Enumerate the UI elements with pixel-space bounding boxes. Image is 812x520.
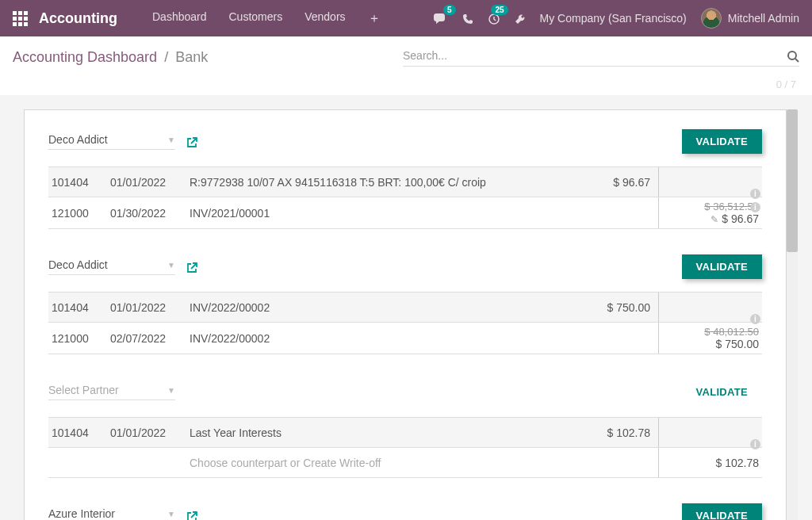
- wrench-icon[interactable]: [515, 11, 526, 25]
- partner-select[interactable]: Deco Addict▼: [48, 258, 175, 275]
- chat-icon[interactable]: 5: [434, 11, 448, 25]
- scrollbar[interactable]: [787, 109, 798, 520]
- nav-dashboard[interactable]: Dashboard: [141, 10, 218, 27]
- partner-select[interactable]: Select Partner▼: [48, 384, 175, 400]
- external-link-icon[interactable]: [186, 135, 197, 147]
- apps-icon[interactable]: [13, 11, 28, 26]
- app-brand: Accounting: [39, 10, 117, 27]
- chevron-down-icon: ▼: [167, 261, 175, 270]
- svg-point-1: [788, 52, 796, 59]
- clock-icon[interactable]: 25: [488, 11, 500, 25]
- table-row[interactable]: 10140401/01/2022INV/2022/00002$ 750.00i: [48, 292, 762, 323]
- nav-plus-icon[interactable]: ＋: [357, 10, 392, 27]
- info-icon[interactable]: i: [750, 439, 760, 449]
- nav-customers[interactable]: Customers: [218, 10, 294, 27]
- record-counter: 0 / 7: [0, 74, 812, 95]
- partner-select[interactable]: Azure Interior▼: [48, 507, 175, 520]
- phone-icon[interactable]: [462, 11, 473, 25]
- validate-button[interactable]: VALIDATE: [682, 380, 762, 404]
- breadcrumb-root[interactable]: Accounting Dashboard: [13, 49, 157, 65]
- chevron-down-icon: ▼: [167, 386, 175, 395]
- breadcrumb: Accounting Dashboard / Bank: [13, 49, 208, 66]
- nav-vendors[interactable]: Vendors: [293, 10, 356, 27]
- user-menu[interactable]: Mitchell Admin: [701, 8, 799, 29]
- table-row[interactable]: Choose counterpart or Create Write-off$ …: [48, 448, 762, 478]
- chat-badge: 5: [443, 5, 456, 15]
- table-row[interactable]: 12100001/30/2022INV/2021/00001$ 36,512.5…: [48, 197, 762, 229]
- partner-select[interactable]: Deco Addict▼: [48, 133, 175, 150]
- table-row[interactable]: 12100002/07/2022INV/2022/00002$ 48,012.5…: [48, 323, 762, 354]
- breadcrumb-current: Bank: [175, 49, 208, 65]
- company-selector[interactable]: My Company (San Francisco): [540, 12, 687, 25]
- table-row[interactable]: 10140401/01/2022R:9772938 10/07 AX 94151…: [48, 167, 762, 197]
- pencil-icon: ✎: [710, 214, 718, 225]
- validate-button[interactable]: VALIDATE: [682, 129, 762, 154]
- table-row[interactable]: 10140401/01/2022Last Year Interests$ 102…: [48, 418, 762, 448]
- scroll-thumb[interactable]: [787, 109, 798, 252]
- external-link-icon[interactable]: [186, 260, 197, 273]
- external-link-icon[interactable]: [186, 509, 197, 520]
- search-icon[interactable]: [787, 48, 799, 63]
- chevron-down-icon: ▼: [167, 510, 175, 518]
- clock-badge: 25: [491, 5, 508, 15]
- chevron-down-icon: ▼: [167, 136, 175, 144]
- avatar: [701, 8, 722, 29]
- info-icon[interactable]: i: [750, 202, 760, 212]
- validate-button[interactable]: VALIDATE: [682, 254, 762, 279]
- username: Mitchell Admin: [728, 12, 799, 25]
- validate-button[interactable]: VALIDATE: [682, 503, 762, 520]
- search-input[interactable]: [403, 49, 787, 62]
